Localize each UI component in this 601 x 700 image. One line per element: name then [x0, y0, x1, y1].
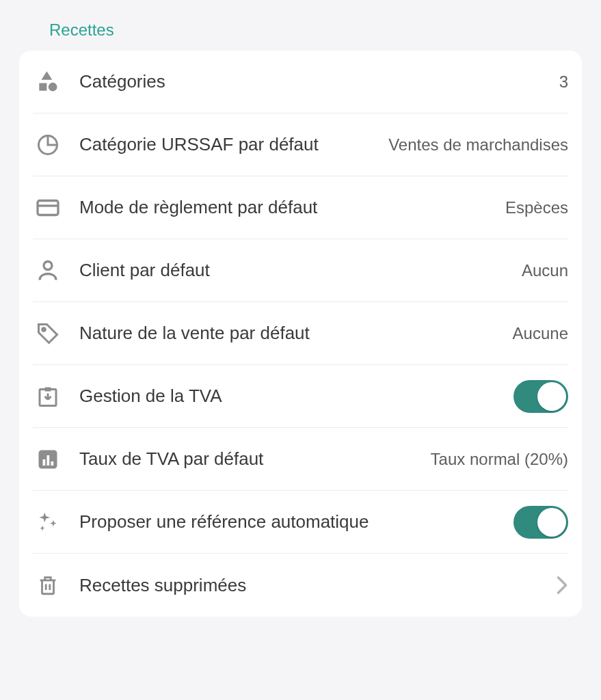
credit-card-icon	[33, 196, 63, 220]
row-value: Aucune	[513, 324, 568, 343]
toggle-autoref[interactable]	[513, 506, 568, 539]
row-tva-rate[interactable]: Taux de TVA par défaut Taux normal (20%)	[33, 428, 568, 491]
svg-marker-0	[42, 71, 53, 80]
row-nature[interactable]: Nature de la vente par défaut Aucune	[33, 302, 568, 365]
svg-point-6	[44, 261, 52, 269]
row-urssaf[interactable]: Catégorie URSSAF par défaut Ventes de ma…	[33, 113, 568, 176]
row-autoref: Proposer une référence automatique	[33, 491, 568, 554]
shapes-icon	[33, 69, 63, 95]
row-categories[interactable]: Catégories 3	[33, 51, 568, 113]
row-label: Recettes supprimées	[79, 574, 539, 597]
pie-chart-icon	[33, 133, 63, 157]
svg-point-2	[49, 82, 57, 91]
row-value: Espèces	[505, 198, 568, 217]
svg-rect-10	[43, 459, 46, 466]
toggle-tva[interactable]	[513, 380, 568, 413]
row-label: Catégories	[79, 70, 543, 93]
trash-icon	[33, 574, 63, 597]
tag-icon	[33, 321, 63, 346]
row-deleted[interactable]: Recettes supprimées	[33, 554, 568, 617]
row-label: Mode de règlement par défaut	[79, 196, 489, 219]
row-label: Nature de la vente par défaut	[79, 322, 496, 345]
row-label: Client par défaut	[79, 259, 505, 282]
row-client[interactable]: Client par défaut Aucun	[33, 239, 568, 302]
row-value: Aucun	[522, 261, 568, 280]
row-label: Proposer une référence automatique	[79, 511, 497, 533]
section-title: Recettes	[49, 21, 582, 40]
bar-chart-icon	[33, 447, 63, 472]
settings-card: Catégories 3 Catégorie URSSAF par défaut…	[19, 51, 582, 617]
svg-rect-12	[51, 461, 54, 466]
row-label: Gestion de la TVA	[79, 385, 497, 407]
row-value: Taux normal (20%)	[431, 450, 568, 469]
download-box-icon	[33, 384, 63, 409]
chevron-right-icon	[556, 576, 568, 595]
row-label: Taux de TVA par défaut	[79, 448, 414, 470]
row-payment[interactable]: Mode de règlement par défaut Espèces	[33, 176, 568, 239]
row-label: Catégorie URSSAF par défaut	[79, 133, 372, 156]
person-icon	[33, 258, 63, 283]
row-tva: Gestion de la TVA	[33, 365, 568, 428]
svg-rect-11	[47, 455, 50, 466]
row-value: 3	[559, 72, 568, 92]
svg-point-7	[42, 327, 46, 331]
svg-rect-4	[38, 200, 58, 215]
svg-rect-1	[39, 83, 46, 90]
row-value: Ventes de marchandises	[388, 135, 568, 154]
sparkles-icon	[33, 509, 63, 535]
